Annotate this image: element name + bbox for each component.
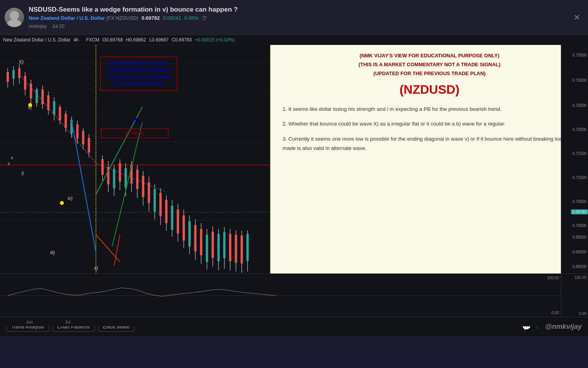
svg-text:a): a)	[94, 265, 98, 271]
avatar-image	[5, 8, 24, 27]
svg-rect-90	[235, 235, 237, 263]
price-71500: 0.71500	[572, 151, 586, 156]
svg-rect-34	[65, 114, 67, 128]
point1: 1. It seems like dollar losing his stren…	[283, 105, 576, 114]
chart-change: +0.00015 (+0.02%)	[195, 37, 235, 43]
clock-icon: ⏱	[202, 15, 207, 21]
price-72000: 0.72000	[572, 127, 586, 132]
oscillator-svg	[0, 274, 588, 317]
post-header: NSDUSD-Seems like a wedge formation in v…	[0, 0, 588, 35]
annotation-panel: (NMK VIJAY'S VIEW FOR EDUCATIONAL PURPOS…	[270, 45, 588, 273]
price-73500: 0.73500	[572, 53, 586, 57]
svg-rect-84	[217, 234, 220, 261]
ticker-name[interactable]: New Zealand Dollar / U.S. Dollar (FX:NZD…	[29, 15, 138, 21]
svg-point-0	[10, 11, 19, 20]
svg-text:X): X)	[18, 59, 24, 65]
point3: 3. Currently it seems one more low is po…	[283, 134, 576, 153]
svg-rect-86	[223, 232, 226, 258]
title-block: NSDUSD-Seems like a wedge formation in v…	[29, 6, 238, 29]
svg-rect-58	[142, 176, 144, 197]
disclaimer1: (NMK VIJAY'S VIEW FOR EDUCATIONAL PURPOS…	[283, 53, 576, 58]
price-68500: 0.68500	[572, 265, 586, 269]
svg-rect-76	[194, 225, 197, 251]
chart-container: New Zealand Dollar / U.S. Dollar 4h · FX…	[0, 35, 588, 317]
svg-rect-94	[247, 234, 249, 261]
svg-rect-48	[113, 169, 115, 188]
svg-rect-14	[7, 72, 9, 82]
osc-low: 0.00	[552, 311, 559, 315]
svg-rect-74	[188, 221, 191, 246]
svg-rect-78	[200, 229, 202, 255]
chart-high: H0.69862	[126, 37, 146, 43]
time-axis: Jun Jul	[0, 317, 588, 326]
xorb-label: X) OR b)	[105, 131, 165, 136]
chart-open: O0.69768	[102, 37, 123, 43]
svg-point-103	[28, 103, 32, 107]
chart-header-bar: New Zealand Dollar / U.S. Dollar 4h · FX…	[0, 35, 588, 45]
svg-rect-66	[165, 200, 167, 223]
svg-rect-26	[41, 89, 44, 104]
price-69000: 0.69000	[572, 249, 586, 254]
ticker-price: 0.69782	[141, 15, 160, 21]
price-70000: 0.70000	[572, 224, 586, 228]
price-69783: 0.69783	[571, 209, 588, 214]
svg-rect-72	[183, 215, 185, 241]
osc-high: 100.00	[547, 276, 559, 280]
svg-text:iii): iii)	[50, 250, 55, 255]
svg-text:iv): iv)	[68, 196, 73, 201]
svg-rect-18	[18, 68, 21, 78]
svg-point-104	[60, 201, 64, 205]
chart-close: C0.69783	[172, 37, 192, 43]
ticker-change: 0.00041	[163, 15, 181, 21]
svg-rect-52	[124, 168, 127, 187]
svg-rect-92	[241, 236, 243, 263]
brand-logo: @nmkvijay	[545, 323, 582, 331]
price-71000: 0.71000	[572, 175, 586, 180]
svg-rect-32	[59, 107, 61, 120]
ticker-change-pct: 0.06%	[184, 15, 198, 21]
chart-broker: FXCM	[86, 37, 99, 43]
close-button[interactable]: ✕	[571, 11, 583, 24]
chart-main: X) ii) s s i) iv) iii) a)	[0, 45, 588, 273]
price-70500: 0.70500	[572, 199, 586, 204]
price-axis: 0.73500 0.73000 0.72500 0.72000 0.71500 …	[561, 45, 588, 273]
chart-timeframe: 4h	[73, 37, 78, 43]
svg-rect-44	[101, 159, 103, 175]
analysis-points: 1. It seems like dollar losing his stren…	[283, 105, 576, 153]
disclaimer2: (THIS IS A MARKET COMMENTARY NOT A TRADE…	[283, 62, 576, 67]
svg-rect-64	[159, 193, 162, 216]
svg-line-108	[96, 235, 120, 262]
symbol-display: (NZDUSD)	[283, 83, 576, 97]
post-title: NSDUSD-Seems like a wedge formation in v…	[29, 6, 238, 14]
svg-rect-38	[76, 124, 79, 139]
ticker-line: New Zealand Dollar / U.S. Dollar (FX:NZD…	[29, 15, 238, 21]
point2: 2. Whether that bounce could be wave X) …	[283, 119, 576, 129]
indicator-area: 100.00 0.00 100.00 0.00	[0, 273, 588, 317]
svg-rect-16	[12, 70, 15, 79]
time-jul: Jul	[65, 320, 70, 324]
svg-rect-88	[229, 234, 231, 261]
wave-annotation-text: (EXPECTING WAVE X) AS A IRREGULAR FLAT R…	[105, 60, 173, 87]
chart-low: L0.69697	[149, 37, 169, 43]
svg-text:s: s	[8, 161, 10, 166]
svg-rect-80	[206, 235, 208, 262]
svg-rect-30	[53, 101, 55, 115]
svg-rect-24	[36, 89, 38, 103]
svg-point-1	[7, 19, 21, 27]
svg-rect-62	[153, 189, 156, 212]
svg-rect-56	[136, 170, 138, 189]
svg-rect-82	[212, 232, 214, 258]
svg-rect-68	[171, 206, 173, 230]
updated-note: (UPDATED FOR THE PREVIOUS TRADE PLAN)	[283, 71, 576, 76]
candle-group	[7, 64, 249, 273]
svg-rect-50	[119, 163, 121, 182]
price-72500: 0.72500	[572, 103, 586, 108]
xorb-box: X) OR b)	[101, 128, 169, 138]
svg-rect-60	[148, 182, 150, 203]
svg-rect-20	[24, 76, 26, 89]
svg-rect-70	[177, 210, 179, 234]
price-69500: 0.69500	[572, 235, 586, 239]
svg-text:s: s	[11, 155, 13, 160]
time-jun: Jun	[26, 320, 33, 324]
svg-rect-22	[30, 84, 32, 98]
